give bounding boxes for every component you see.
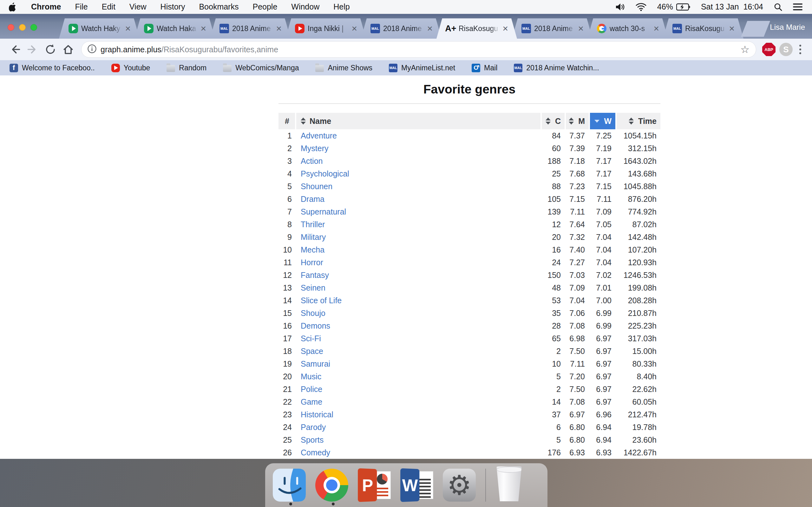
menu-item-people[interactable]: People (252, 2, 277, 11)
browser-tab[interactable]: RisaKosugu× (437, 18, 517, 39)
bookmark-item[interactable]: Youtube (111, 64, 150, 72)
genre-link[interactable]: Psychological (301, 169, 349, 178)
genre-link[interactable]: Game (301, 397, 322, 406)
home-button[interactable] (61, 42, 75, 57)
system-preferences-dock-icon[interactable] (443, 469, 476, 502)
cell-name: Thriller (296, 218, 541, 231)
browser-tab[interactable]: Watch Haky× (59, 18, 140, 39)
genre-link[interactable]: Adventure (301, 131, 337, 140)
tab-close-icon[interactable]: × (200, 24, 206, 33)
minimize-window-button[interactable] (19, 24, 26, 31)
bookmark-star-icon[interactable]: ☆ (740, 43, 750, 55)
column-header-time[interactable]: Time (617, 113, 660, 129)
back-button[interactable] (8, 42, 22, 57)
tab-close-icon[interactable]: × (653, 24, 659, 33)
menu-app-name[interactable]: Chrome (31, 2, 61, 11)
zoom-window-button[interactable] (31, 24, 37, 31)
genre-link[interactable]: Samurai (301, 359, 330, 369)
genre-link[interactable]: Seinen (301, 283, 325, 292)
url-text[interactable]: graph.anime.plus/RisaKosugurabu/favorite… (101, 45, 740, 54)
genre-link[interactable]: Mystery (301, 144, 328, 153)
column-header-name[interactable]: Name (296, 113, 541, 129)
column-header-m[interactable]: M (566, 113, 589, 129)
browser-tab[interactable]: Inga Nikki |× (286, 18, 366, 39)
genre-link[interactable]: Fantasy (301, 271, 329, 280)
genre-link[interactable]: Demons (301, 321, 330, 331)
page-info-icon[interactable] (87, 44, 97, 55)
battery-indicator[interactable]: 46% (657, 2, 690, 11)
genre-link[interactable]: Space (301, 347, 323, 356)
cell-rank: 17 (278, 332, 295, 345)
genre-link[interactable]: Slice of Life (301, 296, 342, 305)
trash-dock-icon[interactable] (496, 466, 523, 501)
genre-link[interactable]: Comedy (301, 448, 330, 457)
tab-close-icon[interactable]: × (125, 24, 131, 33)
bookmark-item[interactable]: Welcome to Faceboo.. (9, 64, 95, 72)
tab-close-icon[interactable]: × (578, 24, 583, 33)
menu-item-edit[interactable]: Edit (102, 2, 115, 11)
profile-name[interactable]: Lisa Marie (770, 23, 805, 32)
genre-link[interactable]: Drama (301, 194, 324, 204)
genre-link[interactable]: Thriller (301, 220, 325, 229)
skype-extension-icon[interactable] (779, 43, 793, 56)
word-dock-icon[interactable]: W (400, 469, 433, 502)
bookmark-item[interactable]: MyAnimeList.net (389, 64, 455, 72)
column-header-c[interactable]: C (542, 113, 565, 129)
bookmark-item[interactable]: Mail (472, 64, 497, 72)
genre-link[interactable]: Sports (301, 435, 323, 445)
table-row: 10Mecha167.407.04107.20h (278, 243, 660, 256)
genre-link[interactable]: Shounen (301, 182, 333, 191)
tab-close-icon[interactable]: × (351, 24, 357, 33)
tab-close-icon[interactable]: × (729, 24, 734, 33)
menu-item-history[interactable]: History (160, 2, 185, 11)
menu-item-help[interactable]: Help (334, 2, 350, 11)
bookmark-item[interactable]: Anime Shows (315, 64, 372, 72)
volume-icon[interactable] (615, 3, 625, 11)
browser-menu-icon[interactable] (796, 45, 804, 54)
tab-close-icon[interactable]: × (502, 24, 508, 33)
finder-dock-icon[interactable] (273, 469, 306, 502)
column-header-w[interactable]: W (590, 113, 615, 129)
tab-close-icon[interactable]: × (276, 24, 282, 33)
browser-tab[interactable]: 2018 Anime× (512, 18, 593, 39)
reload-button[interactable] (43, 42, 58, 57)
adblock-plus-icon[interactable] (762, 43, 776, 56)
genre-link[interactable]: Mecha (301, 245, 324, 255)
apple-menu-icon[interactable] (9, 2, 17, 12)
bookmark-item[interactable]: WebComics/Manga (223, 64, 299, 72)
browser-tab[interactable]: 2018 Anime× (361, 18, 442, 39)
genre-link[interactable]: Historical (301, 410, 334, 419)
close-window-button[interactable] (8, 24, 14, 31)
menu-clock[interactable]: Sat 13 Jan 16:04 (701, 2, 763, 11)
powerpoint-dock-icon[interactable]: P (358, 469, 391, 502)
menu-item-file[interactable]: File (75, 2, 88, 11)
address-bar[interactable]: graph.anime.plus/RisaKosugurabu/favorite… (81, 41, 756, 58)
column-header-rank[interactable]: # (278, 113, 295, 129)
genre-link[interactable]: Music (301, 372, 321, 381)
genre-link[interactable]: Shoujo (301, 308, 325, 318)
browser-tab[interactable]: watch 30-s× (588, 18, 668, 39)
genre-link[interactable]: Police (301, 385, 322, 394)
genre-link[interactable]: Horror (301, 258, 323, 267)
menu-item-view[interactable]: View (130, 2, 147, 11)
notification-center-icon[interactable] (793, 3, 803, 11)
new-tab-button[interactable] (741, 21, 770, 37)
menu-item-bookmarks[interactable]: Bookmarks (199, 2, 239, 11)
wifi-icon[interactable] (636, 3, 647, 11)
browser-tab[interactable]: RisaKosugu× (663, 18, 744, 39)
genre-link[interactable]: Military (301, 233, 326, 242)
tab-close-icon[interactable]: × (427, 24, 433, 33)
bookmark-label: Anime Shows (328, 64, 372, 72)
genre-link[interactable]: Action (301, 157, 322, 166)
browser-tab[interactable]: Watch Haka× (135, 18, 215, 39)
spotlight-search-icon[interactable] (774, 3, 782, 11)
browser-tab[interactable]: 2018 Anime× (210, 18, 291, 39)
menu-item-window[interactable]: Window (291, 2, 319, 11)
genre-link[interactable]: Sci-Fi (301, 334, 321, 343)
bookmark-item[interactable]: Random (166, 64, 206, 72)
genre-link[interactable]: Supernatural (301, 207, 346, 216)
genre-link[interactable]: Parody (301, 423, 326, 432)
bookmark-item[interactable]: 2018 Anime Watchin... (514, 64, 599, 72)
forward-button[interactable] (26, 42, 40, 57)
chrome-dock-icon[interactable] (315, 469, 348, 502)
